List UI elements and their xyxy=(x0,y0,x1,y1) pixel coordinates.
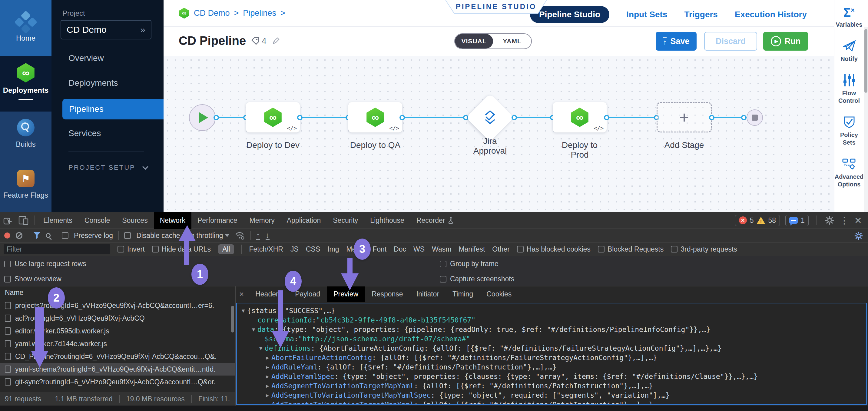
json-line[interactable]: ▶AddRuleYaml: {allOf: [{$ref: "#/definit… xyxy=(237,362,866,372)
hide-data-urls-checkbox[interactable] xyxy=(152,246,159,253)
filter-type-all[interactable]: All xyxy=(218,244,235,254)
show-overview-checkbox[interactable] xyxy=(4,276,11,283)
sidebar-item-pipelines[interactable]: Pipelines xyxy=(62,99,163,119)
filter-type-ws[interactable]: WS xyxy=(413,245,425,254)
group-by-frame-option[interactable]: Group by frame xyxy=(440,260,498,268)
console-issues-badge[interactable]: ✕ 5 ! 58 xyxy=(735,215,780,226)
stage-card[interactable]: ∞ </> xyxy=(348,102,402,133)
breadcrumb-section[interactable]: Pipelines xyxy=(243,8,276,18)
run-button[interactable]: ▶ Run xyxy=(763,32,808,51)
add-stage-button[interactable]: + Add Stage xyxy=(657,102,712,150)
blocked-requests-option[interactable]: Blocked Requests xyxy=(598,245,663,254)
stage-deploy-to-prod[interactable]: ∞ </> Deploy to Prod xyxy=(553,102,607,160)
json-line[interactable]: ▶AddRuleYamlSpec: {type: "object", prope… xyxy=(237,372,866,381)
rail-item-builds[interactable]: Builds xyxy=(0,119,52,158)
third-party-checkbox[interactable] xyxy=(671,246,678,253)
clear-network-log-icon[interactable] xyxy=(16,232,23,239)
group-by-frame-checkbox[interactable] xyxy=(440,261,446,267)
capture-screenshots-option[interactable]: Capture screenshots xyxy=(440,275,514,283)
tab-input-sets[interactable]: Input Sets xyxy=(626,10,667,20)
json-line[interactable]: ▶AddSegmentToVariationTargetMapYamlSpec:… xyxy=(237,390,866,400)
canvas-scrollbar[interactable] xyxy=(864,27,868,212)
toggle-visual[interactable]: VISUAL xyxy=(455,34,493,49)
discard-button[interactable]: Discard xyxy=(704,32,757,51)
visual-yaml-toggle[interactable]: VISUAL YAML xyxy=(454,33,532,49)
preview-json-tree[interactable]: ▼{status: "SUCCESS",…} correlationId: "c… xyxy=(236,303,867,405)
sidebar-item-overview[interactable]: Overview xyxy=(68,53,104,63)
toolbar-advanced-options[interactable]: Advanced Options xyxy=(835,157,864,188)
json-line[interactable]: $schema: "http://json-schema.org/draft-0… xyxy=(237,334,866,344)
pipeline-start-node[interactable] xyxy=(189,104,216,131)
devtools-tab-application[interactable]: Application xyxy=(281,212,327,229)
large-rows-option[interactable]: Use large request rows xyxy=(4,260,86,268)
large-rows-checkbox[interactable] xyxy=(4,261,11,267)
devtools-tab-sources[interactable]: Sources xyxy=(116,212,154,229)
project-setup-toggle[interactable]: PROJECT SETUP xyxy=(68,164,148,172)
scrollbar-thumb[interactable] xyxy=(864,29,867,93)
filter-type-css[interactable]: CSS xyxy=(306,245,320,254)
has-blocked-cookies-checkbox[interactable] xyxy=(517,246,524,253)
sidebar-item-deployments[interactable]: Deployments xyxy=(68,78,118,88)
preserve-log-checkbox[interactable] xyxy=(62,232,68,239)
filter-type-font[interactable]: Font xyxy=(373,245,386,254)
close-devtools-icon[interactable]: ✕ xyxy=(855,215,862,226)
pipeline-canvas[interactable]: ∞ </> Deploy to Dev ∞ </> Deploy to QA xyxy=(163,56,834,212)
filter-input[interactable] xyxy=(4,244,110,254)
tab-execution-history[interactable]: Execution History xyxy=(735,10,807,20)
filter-type-manifest[interactable]: Manifest xyxy=(459,245,485,254)
requests-name-header[interactable]: Name xyxy=(0,287,235,299)
rail-item-feature-flags[interactable]: ⚑ Feature Flags xyxy=(0,170,52,212)
close-detail-icon[interactable]: × xyxy=(236,290,249,299)
device-toolbar-icon[interactable] xyxy=(18,215,29,226)
devtools-tab-memory[interactable]: Memory xyxy=(244,212,281,229)
inspect-element-icon[interactable] xyxy=(3,215,13,226)
json-line[interactable]: ▶AddSegmentToVariationTargetMapYaml: {al… xyxy=(237,381,866,390)
stage-deploy-to-qa[interactable]: ∞ </> Deploy to QA xyxy=(348,102,402,150)
detail-tab-response[interactable]: Response xyxy=(365,287,410,302)
hide-data-urls-option[interactable]: Hide data URLs xyxy=(152,245,211,254)
toolbar-notify[interactable]: Notify xyxy=(835,39,864,63)
request-row[interactable]: git-sync?routingId=6_vVHzo9Qeu9fXvj-AcbC… xyxy=(0,376,235,388)
filter-type-fetch-xhr[interactable]: Fetch/XHR xyxy=(249,245,283,254)
detail-tab-initiator[interactable]: Initiator xyxy=(410,287,446,302)
detail-tab-timing[interactable]: Timing xyxy=(446,287,480,302)
sidebar-item-services[interactable]: Services xyxy=(68,128,101,138)
search-icon[interactable] xyxy=(46,233,51,238)
devtools-tab-elements[interactable]: Elements xyxy=(37,212,79,229)
devtools-tab-lighthouse[interactable]: Lighthouse xyxy=(364,212,410,229)
devtools-tab-recorder[interactable]: Recorder xyxy=(410,212,460,229)
record-button[interactable] xyxy=(4,233,10,238)
tab-triggers[interactable]: Triggers xyxy=(684,10,717,20)
pipeline-end-node[interactable] xyxy=(747,110,763,126)
save-button[interactable]: ↑ Save xyxy=(656,32,696,51)
blocked-requests-checkbox[interactable] xyxy=(598,246,604,253)
third-party-option[interactable]: 3rd-party requests xyxy=(671,245,737,254)
invert-checkbox[interactable] xyxy=(118,246,124,253)
filter-type-wasm[interactable]: Wasm xyxy=(432,245,451,254)
toolbar-flow-control[interactable]: Flow Control xyxy=(835,74,864,105)
json-line[interactable]: ▶AbortFailureActionConfig: {allOf: [{$re… xyxy=(237,353,866,362)
tags-group[interactable]: 4 xyxy=(251,36,267,46)
toolbar-variables[interactable]: Σ× Variables xyxy=(835,4,864,29)
json-line[interactable]: ▼definitions: {AbortFailureActionConfig:… xyxy=(237,344,866,353)
filter-type-doc[interactable]: Doc xyxy=(394,245,406,254)
edit-pencil-icon[interactable] xyxy=(271,36,280,46)
rail-item-home[interactable]: Home xyxy=(0,0,52,56)
stage-deploy-to-dev[interactable]: ∞ </> Deploy to Dev xyxy=(246,102,300,150)
filter-funnel-icon[interactable] xyxy=(34,232,40,239)
invert-option[interactable]: Invert xyxy=(118,245,145,254)
devtools-tab-security[interactable]: Security xyxy=(327,212,364,229)
requests-scrollbar-thumb[interactable] xyxy=(231,306,234,332)
settings-gear-icon[interactable] xyxy=(825,215,834,225)
capture-screenshots-checkbox[interactable] xyxy=(440,276,446,283)
tab-pipeline-studio[interactable]: Pipeline Studio xyxy=(530,6,609,23)
network-conditions-icon[interactable] xyxy=(235,231,245,240)
detail-tab-cookies[interactable]: Cookies xyxy=(480,287,518,302)
breadcrumb-project[interactable]: CD Demo xyxy=(194,8,230,18)
stage-card[interactable]: ∞ </> xyxy=(246,102,300,133)
toggle-yaml[interactable]: YAML xyxy=(493,34,531,49)
json-line[interactable]: ▼data: {type: "object", properties: {pip… xyxy=(237,325,866,334)
filter-type-other[interactable]: Other xyxy=(492,245,510,254)
disable-cache-checkbox[interactable] xyxy=(124,232,131,239)
json-line[interactable]: ▶AddTargetsToVariationTargetMapYaml: {al… xyxy=(237,400,866,405)
